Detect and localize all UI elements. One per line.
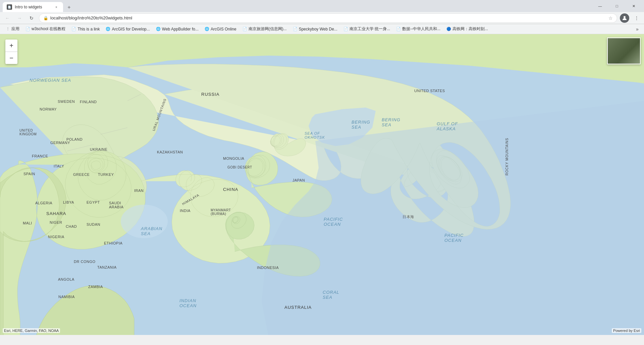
tab-title: Intro to widgets [15, 5, 51, 9]
profile-icon[interactable] [620, 13, 629, 23]
new-tab-button[interactable]: + [64, 3, 74, 12]
bookmark-w3school[interactable]: 📄 w3school 在线教程 [23, 25, 68, 33]
bookmark-label: 数据--中华人民共和... [402, 26, 440, 32]
bookmark-this-is-a-link[interactable]: 📄 This is a link [69, 25, 102, 33]
apps-icon: ⋮ [5, 27, 10, 31]
extensions-button[interactable]: ⋮ [632, 13, 641, 23]
title-bar: 📄 Intro to widgets × + — □ ✕ [0, 0, 644, 12]
maximize-button[interactable]: □ [609, 0, 625, 12]
svg-point-2 [121, 205, 168, 238]
url-bar[interactable]: 🔒 localhost/blog/Intro%20to%20widgets.ht… [39, 13, 617, 23]
back-button[interactable]: ← [3, 13, 12, 23]
map-svg [0, 34, 644, 335]
map-container[interactable]: Norwegian Sea SWEDEN FINLAND RUSSIA NORW… [0, 34, 644, 335]
overview-map-image [608, 38, 640, 64]
bookmark-label: w3school 在线教程 [32, 26, 65, 32]
bookmark-favicon: 📄 [71, 27, 76, 31]
security-icon: 🔒 [43, 16, 48, 20]
window-controls: — □ ✕ [592, 0, 641, 12]
bookmark-webapp-builder[interactable]: 🌐 Web AppBuilder fo... [153, 25, 201, 33]
bookmark-label: 应用 [11, 26, 19, 32]
bookmark-favicon: 📄 [293, 27, 298, 31]
tab-close-button[interactable]: × [54, 4, 59, 10]
bookmark-label: ArcGIS Online [211, 27, 236, 31]
bookmark-favicon: 🌐 [106, 27, 110, 31]
bookmark-apps[interactable]: ⋮ 应用 [3, 25, 22, 33]
map-attribution: Esri, HERE, Garmin, FAO, NOAA [3, 328, 60, 333]
address-actions: ⋮ [632, 13, 641, 23]
address-bar: ← → ↻ 🔒 localhost/blog/Intro%20to%20widg… [0, 12, 644, 24]
bookmark-arcgis-online[interactable]: 🌐 ArcGIS Online [202, 25, 239, 33]
tab-favicon: 📄 [7, 4, 12, 10]
bookmark-favicon: 🔵 [446, 27, 451, 31]
bookmark-nanjing-univ[interactable]: 📄 南京工业大学 统一身... [341, 25, 393, 33]
bookmark-label: Web AppBuilder fo... [162, 27, 199, 31]
refresh-button[interactable]: ↻ [27, 13, 36, 23]
bookmark-gaotie[interactable]: 🔵 高铁网：高铁时刻... [444, 25, 491, 33]
bookmark-favicon: 🌐 [156, 27, 161, 31]
bookmark-nanjing-tourism[interactable]: 📄 南京旅游网(信息网)... [240, 25, 289, 33]
bookmark-arcgis-dev[interactable]: 🌐 ArcGIS for Develop... [103, 25, 152, 33]
zoom-in-button[interactable]: + [5, 40, 17, 52]
bookmark-label: ArcGIS for Develop... [112, 27, 150, 31]
bookmark-label: 南京旅游网(信息网)... [249, 26, 287, 32]
bookmark-speckyboy[interactable]: 📄 Speckyboy Web De... [290, 25, 340, 33]
forward-button[interactable]: → [15, 13, 24, 23]
close-button[interactable]: ✕ [626, 0, 641, 12]
bookmark-label: Speckyboy Web De... [299, 27, 337, 31]
bookmarks-bar: ⋮ 应用 📄 w3school 在线教程 📄 This is a link 🌐 … [0, 24, 644, 34]
bookmark-favicon: 📄 [25, 27, 30, 31]
bookmark-label: This is a link [77, 27, 100, 31]
active-tab[interactable]: 📄 Intro to widgets × [3, 2, 63, 12]
bookmarks-more-button[interactable]: » [633, 25, 641, 33]
svg-point-0 [624, 16, 626, 18]
bookmark-favicon: 📄 [396, 27, 401, 31]
bookmark-label: 南京工业大学 统一身... [350, 26, 390, 32]
bookmark-favicon: 📄 [343, 27, 348, 31]
url-text: localhost/blog/Intro%20to%20widgets.html [50, 15, 606, 20]
zoom-controls: + − [5, 40, 17, 64]
powered-by: Powered by Esri [612, 328, 641, 333]
overview-map[interactable] [607, 38, 641, 64]
bookmark-star-icon[interactable]: ☆ [608, 15, 613, 21]
bookmark-favicon: 📄 [243, 27, 247, 31]
bookmark-favicon: 🌐 [205, 27, 209, 31]
bookmark-label: 高铁网：高铁时刻... [452, 26, 488, 32]
minimize-button[interactable]: — [592, 0, 608, 12]
tab-bar: 📄 Intro to widgets × + [3, 0, 74, 12]
zoom-out-button[interactable]: − [5, 52, 17, 64]
bookmark-china-data[interactable]: 📄 数据--中华人民共和... [393, 25, 443, 33]
